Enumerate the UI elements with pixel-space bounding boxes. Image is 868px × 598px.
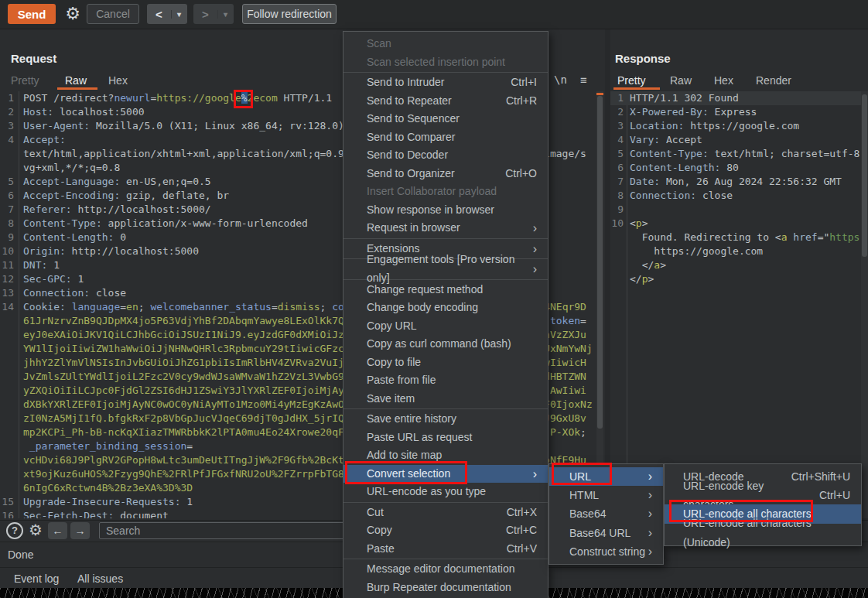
menu-item-burp-repeater-documentation[interactable]: Burp Repeater documentation [343, 579, 548, 597]
menu-item-construct-string[interactable]: Construct string› [549, 542, 663, 561]
menu-item-send-to-intruder[interactable]: Send to IntruderCtrl+I [343, 73, 548, 92]
request-tab-hex[interactable]: Hex [108, 74, 128, 87]
response-tab-raw[interactable]: Raw [670, 74, 692, 87]
line-number: 4 [0, 133, 14, 147]
code-text: </p> [630, 272, 654, 286]
menu-item-copy-url[interactable]: Copy URL [343, 317, 548, 336]
menu-item-change-request-method[interactable]: Change request method [343, 281, 548, 299]
menu-item-change-body-encoding[interactable]: Change body encoding [343, 299, 548, 317]
menu-item-send-to-organizer[interactable]: Send to OrganizerCtrl+O [343, 165, 548, 183]
code-text: POST /redirect?newurl=https://google%2ec… [23, 91, 332, 105]
menu-item-label: Change request method [367, 281, 483, 299]
status-text: Done [8, 548, 33, 561]
line-number: 7 [0, 203, 14, 217]
menu-item-base64-url[interactable]: Base64 URL› [549, 524, 663, 542]
code-text: Content-Length: 0 [23, 231, 126, 244]
menu-item-label: Change body encoding [367, 299, 478, 317]
menu-item-scan-selected-insertion-point: Scan selected insertion point [343, 53, 548, 72]
code-text: Date: Mon, 26 Aug 2024 22:56:32 GMT [630, 175, 842, 189]
request-wrap-toggle[interactable]: \n [554, 73, 567, 86]
search-next-button[interactable]: → [70, 522, 90, 539]
search-prev-button[interactable]: ← [48, 522, 67, 539]
menu-item-paste-from-file[interactable]: Paste from file [343, 371, 548, 390]
menu-item-shortcut: Ctrl+O [487, 165, 537, 183]
code-text: Host: localhost:5000 [23, 105, 145, 119]
help-icon[interactable]: ? [6, 522, 23, 539]
menu-item-copy-as-curl-command-bash[interactable]: Copy as curl command (bash) [343, 335, 548, 354]
menu-item-label: Paste [367, 540, 395, 559]
cancel-button[interactable]: Cancel [87, 4, 139, 24]
response-editor-scrollbar[interactable] [861, 91, 868, 518]
line-number: 9 [610, 203, 624, 217]
menu-item-save-entire-history[interactable]: Save entire history [343, 410, 548, 429]
menu-item-url-encode-key-characters[interactable]: URL-encode key charactersCtrl+U [665, 486, 861, 504]
tab-event-log[interactable]: Event log [14, 572, 59, 585]
back-dropdown-icon[interactable]: ▾ [171, 10, 187, 19]
tab-all-issues[interactable]: All issues [77, 572, 123, 585]
menu-item-save-item[interactable]: Save item [343, 390, 548, 408]
menu-item-cut[interactable]: CutCtrl+X [343, 504, 548, 522]
submenu-arrow-icon: › [533, 219, 537, 237]
menu-separator [343, 238, 548, 239]
menu-item-label: Copy [367, 521, 392, 540]
response-editor[interactable]: 1HTTP/1.1 302 Found2X-Powered-By: Expres… [610, 91, 861, 518]
response-scrollbar-thumb[interactable] [862, 94, 867, 257]
code-text: Accept-Language: en-US,en;q=0.5 [23, 175, 211, 189]
forward-arrow-icon: > [194, 8, 217, 21]
menu-item-shortcut: Ctrl+C [487, 521, 537, 540]
menu-item-url-encode-all-characters-unicode[interactable]: URL-encode all characters (Unicode) [665, 524, 861, 542]
panel-divider[interactable] [605, 29, 610, 518]
menu-item-send-to-sequencer[interactable]: Send to Sequencer [343, 110, 548, 128]
menu-item-send-to-decoder[interactable]: Send to Decoder [343, 146, 548, 165]
menu-item-label: Save item [367, 390, 415, 408]
request-scrollbar-thumb[interactable] [597, 96, 603, 429]
code-text: Referer: http://localhost:5000/ [23, 203, 211, 217]
gear-icon[interactable]: ⚙ [62, 3, 84, 25]
editor-row: 6Content-Length: 80 [610, 161, 861, 175]
submenu-arrow-icon: › [648, 542, 652, 561]
menu-item-label: Base64 URL [569, 524, 630, 542]
follow-redirection-button[interactable]: Follow redirection [242, 4, 337, 24]
code-text: Sec-Fetch-Dest: document [23, 509, 169, 518]
menu-item-show-response-in-browser[interactable]: Show response in browser [343, 201, 548, 220]
menu-item-send-to-comparer[interactable]: Send to Comparer [343, 128, 548, 147]
menu-item-request-in-browser[interactable]: Request in browser› [343, 219, 548, 237]
request-editor-scrollbar[interactable] [596, 91, 603, 518]
menu-item-paste-url-as-request[interactable]: Paste URL as request [343, 429, 548, 447]
menu-item-engagement-tools-pro-version-only[interactable]: Engagement tools [Pro version only]› [343, 260, 548, 278]
repeater-toolbar: Send ⚙ Cancel < ▾ > ▾ Follow redirection [0, 0, 868, 29]
menu-item-message-editor-documentation[interactable]: Message editor documentation [343, 560, 548, 579]
menu-item-url[interactable]: URL› [549, 467, 663, 486]
submenu-arrow-icon: › [648, 524, 652, 542]
menu-item-copy-to-file[interactable]: Copy to file [343, 354, 548, 372]
editor-row: 2X-Powered-By: Express [610, 105, 861, 119]
menu-item-copy[interactable]: CopyCtrl+C [343, 521, 548, 540]
line-number: 10 [0, 244, 14, 258]
settings-gear-icon[interactable]: ⚙ [26, 521, 45, 539]
response-tab-render[interactable]: Render [756, 74, 791, 87]
code-text: vg+xml,*/*;q=0.8 [23, 161, 120, 175]
line-number: 16 [0, 509, 14, 518]
menu-item-label: Send to Comparer [367, 128, 455, 147]
menu-item-send-to-repeater[interactable]: Send to RepeaterCtrl+R [343, 92, 548, 111]
code-text: Content-Type: application/x-www-form-url… [23, 217, 308, 231]
menu-item-convert-selection[interactable]: Convert selection› [343, 465, 548, 484]
request-editor-menu-icon[interactable]: ≡ [580, 73, 586, 86]
menu-separator [343, 502, 548, 503]
send-button[interactable]: Send [8, 4, 56, 24]
menu-item-url-encode-as-you-type[interactable]: URL-encode as you type [343, 483, 548, 501]
menu-item-label: URL-encode all characters (Unicode) [683, 514, 850, 551]
editor-row: Found. Redirecting to <a href="https: [610, 231, 861, 244]
back-history-button[interactable]: < ▾ [147, 4, 187, 24]
menu-separator [343, 559, 548, 559]
response-tab-hex[interactable]: Hex [714, 74, 733, 87]
request-tab-raw[interactable]: Raw [65, 74, 87, 87]
menu-item-html[interactable]: HTML› [549, 486, 663, 504]
menu-item-label: Insert Collaborator payload [367, 183, 497, 201]
menu-item-label: Copy URL [367, 317, 417, 336]
response-tab-pretty[interactable]: Pretty [617, 74, 646, 87]
submenu-arrow-icon: › [648, 504, 652, 523]
menu-item-add-to-site-map[interactable]: Add to site map [343, 446, 548, 465]
menu-item-base64[interactable]: Base64› [549, 504, 663, 523]
menu-item-paste[interactable]: PasteCtrl+V [343, 540, 548, 559]
